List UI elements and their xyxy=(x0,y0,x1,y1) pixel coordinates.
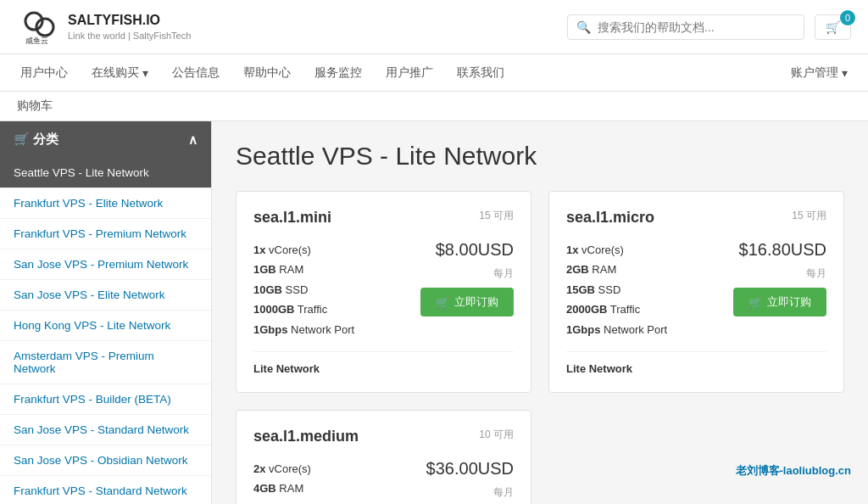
sidebar-item-sanjose-elite[interactable]: San Jose VPS - Elite Network xyxy=(0,280,211,311)
nav-item-referral[interactable]: 用户推广 xyxy=(382,65,437,81)
cart-badge: 0 xyxy=(840,10,855,25)
card-network-mini: Lite Network xyxy=(253,351,514,375)
content: Seattle VPS - Lite Network sea.l1.mini 1… xyxy=(212,121,868,504)
card-period-micro: 每月 xyxy=(806,266,826,281)
card-period-medium: 每月 xyxy=(493,485,514,500)
nav-right: 账户管理 ▾ xyxy=(787,65,851,81)
nav-item-buy[interactable]: 在线购买 ▾ xyxy=(88,65,152,81)
sidebar-header-label: 分类 xyxy=(33,132,58,146)
header-right: 🔍 🛒 0 xyxy=(567,14,851,40)
card-period-mini: 每月 xyxy=(493,266,514,281)
nav-item-account[interactable]: 账户管理 ▾ xyxy=(787,65,851,81)
spec-ram-micro: 2GB RAM xyxy=(566,260,667,279)
sidebar-item-sanjose-premium[interactable]: San Jose VPS - Premium Network xyxy=(0,249,211,280)
main-layout: 🛒 分类 ∧ Seattle VPS - Lite Network Frankf… xyxy=(0,121,868,504)
spec-ssd-micro: 15GB SSD xyxy=(566,280,667,300)
sidebar: 🛒 分类 ∧ Seattle VPS - Lite Network Frankf… xyxy=(0,121,212,504)
card-header-micro: sea.l1.micro 15 可用 xyxy=(566,209,826,227)
chevron-up-icon: ∧ xyxy=(188,132,198,148)
chevron-down-icon: ▾ xyxy=(142,66,148,80)
svg-text:咸鱼云: 咸鱼云 xyxy=(25,36,48,45)
nav-left: 用户中心 在线购买 ▾ 公告信息 帮助中心 服务监控 用户推广 联系我们 xyxy=(17,65,508,81)
spec-traffic: 1000GB Traffic xyxy=(253,300,354,319)
spec-vcores-medium: 2x vCore(s) xyxy=(253,459,354,479)
card-availability-medium: 10 可用 xyxy=(479,428,514,442)
card-price-micro: $16.80USD xyxy=(739,240,826,260)
product-card-mini: sea.l1.mini 15 可用 1x vCore(s) 1GB RAM 10… xyxy=(236,191,531,393)
card-name-mini: sea.l1.mini xyxy=(253,209,331,227)
sidebar-item-seattle-lite[interactable]: Seattle VPS - Lite Network xyxy=(0,158,211,188)
page-title: Seattle VPS - Lite Network xyxy=(236,142,844,171)
spec-traffic-micro: 2000GB Traffic xyxy=(566,300,667,319)
card-header-medium: sea.l1.medium 10 可用 xyxy=(253,428,514,445)
cart-order-icon-micro: 🛒 xyxy=(748,296,762,309)
sidebar-item-sanjose-standard[interactable]: San Jose VPS - Standard Network xyxy=(0,415,211,445)
search-icon: 🔍 xyxy=(576,20,591,34)
nav-item-contact[interactable]: 联系我们 xyxy=(453,65,508,81)
sidebar-item-frankfurt-standard[interactable]: Frankfurt VPS - Standard Network xyxy=(0,476,211,504)
nav-item-announcement[interactable]: 公告信息 xyxy=(169,65,223,81)
spec-ssd-medium: 30GB SSD xyxy=(253,499,354,504)
spec-vcores: 1x vCore(s) xyxy=(253,240,354,260)
card-availability-micro: 15 可用 xyxy=(792,209,826,223)
product-card-micro: sea.l1.micro 15 可用 1x vCore(s) 2GB RAM 1… xyxy=(548,191,844,393)
card-name-medium: sea.l1.medium xyxy=(253,428,359,445)
spec-ram: 1GB RAM xyxy=(253,260,354,279)
logo-brand: SALTYFISH.IO xyxy=(68,12,191,30)
order-btn-label-mini: 立即订购 xyxy=(454,294,498,310)
card-pricing-mini: $8.00USD 每月 🛒 立即订购 xyxy=(420,240,514,316)
header: 咸鱼云 SALTYFISH.IO Link the world | SaltyF… xyxy=(0,0,868,54)
card-header-mini: sea.l1.mini 15 可用 xyxy=(253,209,514,227)
card-specs-medium: 2x vCore(s) 4GB RAM 30GB SSD 4000GB Traf… xyxy=(253,459,354,504)
nav-item-help[interactable]: 帮助中心 xyxy=(240,65,294,81)
order-button-micro[interactable]: 🛒 立即订购 xyxy=(733,288,826,316)
product-card-medium: sea.l1.medium 10 可用 2x vCore(s) 4GB RAM … xyxy=(236,410,531,504)
card-availability-mini: 15 可用 xyxy=(479,209,514,223)
sidebar-header: 🛒 分类 ∧ xyxy=(0,121,211,158)
spec-network: 1Gbps Network Port xyxy=(253,320,354,339)
nav-item-usercenter[interactable]: 用户中心 xyxy=(17,65,71,81)
cart-sidebar-icon: 🛒 xyxy=(14,132,30,146)
cart-icon: 🛒 xyxy=(826,20,840,34)
navigation: 用户中心 在线购买 ▾ 公告信息 帮助中心 服务监控 用户推广 联系我们 账户管… xyxy=(0,54,868,92)
card-price-medium: $36.00USD xyxy=(426,459,514,479)
cart-order-icon: 🛒 xyxy=(436,296,449,309)
spec-network-micro: 1Gbps Network Port xyxy=(566,320,667,339)
search-box: 🔍 xyxy=(567,14,804,40)
sidebar-item-frankfurt-premium[interactable]: Frankfurt VPS - Premium Network xyxy=(0,219,211,249)
breadcrumb-text: 购物车 xyxy=(17,98,53,112)
sidebar-item-amsterdam-premium[interactable]: Amsterdam VPS - Premium Network xyxy=(0,341,211,384)
logo: 咸鱼云 SALTYFISH.IO Link the world | SaltyF… xyxy=(17,6,191,48)
order-btn-label-micro: 立即订购 xyxy=(767,294,811,310)
card-body-micro: 1x vCore(s) 2GB RAM 15GB SSD 2000GB Traf… xyxy=(566,240,826,339)
card-pricing-medium: $36.00USD 每月 🛒 立即订购 xyxy=(420,459,514,504)
sidebar-item-sanjose-obsidian[interactable]: San Jose VPS - Obsidian Network xyxy=(0,445,211,476)
card-name-micro: sea.l1.micro xyxy=(566,209,654,227)
sidebar-item-hongkong-lite[interactable]: Hong Kong VPS - Lite Network xyxy=(0,311,211,341)
cart-button[interactable]: 🛒 0 xyxy=(815,14,851,40)
card-specs-mini: 1x vCore(s) 1GB RAM 10GB SSD 1000GB Traf… xyxy=(253,240,354,339)
card-specs-micro: 1x vCore(s) 2GB RAM 15GB SSD 2000GB Traf… xyxy=(566,240,667,339)
product-grid: sea.l1.mini 15 可用 1x vCore(s) 1GB RAM 10… xyxy=(236,191,844,504)
spec-vcores-micro: 1x vCore(s) xyxy=(566,240,667,260)
spec-ram-medium: 4GB RAM xyxy=(253,479,354,498)
search-input[interactable] xyxy=(598,20,795,34)
card-price-mini: $8.00USD xyxy=(436,240,514,260)
card-network-micro: Lite Network xyxy=(566,351,826,375)
sidebar-item-frankfurt-builder[interactable]: Frankfurt VPS - Builder (BETA) xyxy=(0,384,211,415)
sidebar-item-frankfurt-elite[interactable]: Frankfurt VPS - Elite Network xyxy=(0,188,211,219)
nav-item-monitor[interactable]: 服务监控 xyxy=(311,65,365,81)
spec-ssd: 10GB SSD xyxy=(253,280,354,300)
watermark: 老刘博客-laoliublog.cn xyxy=(736,463,852,479)
breadcrumb: 购物车 xyxy=(0,92,868,121)
card-body-mini: 1x vCore(s) 1GB RAM 10GB SSD 1000GB Traf… xyxy=(253,240,514,339)
logo-tagline: Link the world | SaltyFishTech xyxy=(68,30,191,42)
chevron-down-icon-2: ▾ xyxy=(842,66,848,80)
card-body-medium: 2x vCore(s) 4GB RAM 30GB SSD 4000GB Traf… xyxy=(253,459,514,504)
order-button-mini[interactable]: 🛒 立即订购 xyxy=(420,288,514,316)
logo-icon: 咸鱼云 xyxy=(17,6,59,48)
card-pricing-micro: $16.80USD 每月 🛒 立即订购 xyxy=(733,240,826,316)
